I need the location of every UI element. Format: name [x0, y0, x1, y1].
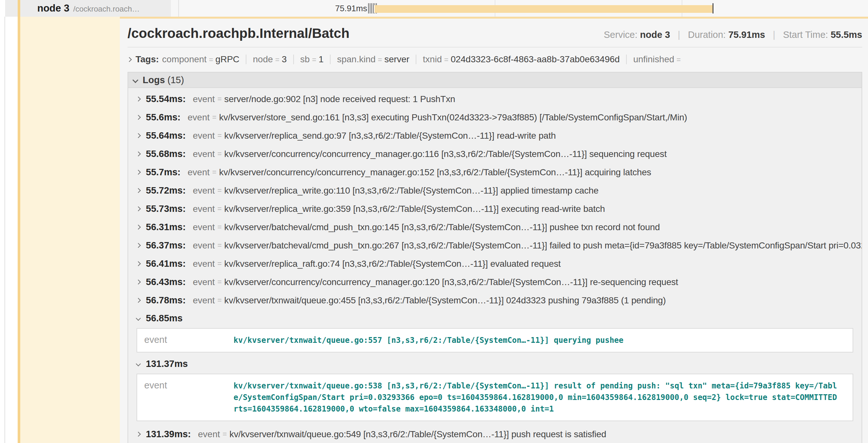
tag-value: 3 — [282, 54, 287, 64]
meta-divider: | — [678, 30, 680, 40]
chevron-right-icon — [136, 151, 141, 157]
tag-divider — [626, 55, 627, 64]
log-row-expanded-header[interactable]: 131.37ms — [128, 356, 862, 371]
log-field-key: event — [193, 185, 215, 196]
equals-sign: = — [275, 56, 279, 64]
logs-count: (15) — [167, 75, 184, 86]
log-field-key: event — [193, 204, 215, 214]
log-field-key: event — [188, 112, 210, 123]
chevron-right-icon — [136, 188, 141, 193]
service-value: node 3 — [640, 30, 670, 40]
log-row[interactable]: 56.78ms:event=kv/kvserver/txnwait/queue.… — [128, 291, 862, 309]
log-timestamp: 55.7ms: — [146, 167, 181, 177]
log-field-key: event — [193, 94, 215, 104]
log-message: kv/kvserver/replica_send.go:97 [n3,s3,r6… — [224, 131, 556, 141]
log-row[interactable]: 56.43ms:event=kv/kvserver/concurrency/co… — [128, 273, 862, 291]
log-row[interactable]: 56.37ms:event=kv/kvserver/batcheval/cmd_… — [128, 236, 862, 254]
logs-accordion-header[interactable]: Logs (15) — [128, 73, 862, 88]
equals-sign: = — [209, 56, 213, 64]
tag-key: unfinished — [633, 54, 674, 64]
log-row[interactable]: 55.68ms:event=kv/kvserver/concurrency/co… — [128, 145, 862, 163]
log-field-key: event — [137, 380, 234, 415]
span-detail-row-stripe[interactable] — [20, 17, 120, 443]
tags-accordion-toggle[interactable]: Tags: component=gRPCnode=3sb=1span.kind=… — [127, 52, 862, 67]
tag-value: 1 — [319, 54, 324, 64]
log-row[interactable]: 55.73ms:event=kv/kvserver/replica_write.… — [128, 200, 862, 218]
log-timestamp: 56.78ms: — [146, 295, 186, 306]
log-row[interactable]: 56.31ms:event=kv/kvserver/batcheval/cmd_… — [128, 218, 862, 236]
log-row[interactable]: 131.39ms:event=kv/kvserver/txnwait/queue… — [128, 425, 862, 443]
duration-label: Duration: — [688, 30, 726, 40]
log-message: kv/kvserver/concurrency/concurrency_mana… — [224, 149, 666, 159]
tags-label: Tags: — [135, 54, 159, 65]
log-row[interactable]: 55.54ms:event=server/node.go:902 [n3] no… — [128, 90, 862, 108]
log-row[interactable]: 55.64ms:event=kv/kvserver/replica_send.g… — [128, 127, 862, 145]
chevron-down-icon — [132, 77, 138, 83]
span-meta: Service: node 3 | Duration: 75.91ms | St… — [604, 30, 863, 40]
tag-key: span.kind — [337, 54, 375, 64]
log-marker-tick-end — [713, 3, 713, 13]
chevron-right-icon — [127, 57, 132, 62]
log-field-key: event — [193, 259, 215, 269]
tag-value: server — [384, 54, 410, 64]
meta-divider: | — [773, 30, 775, 40]
log-row-expanded-header[interactable]: 56.85ms — [128, 311, 862, 326]
span-row[interactable]: node 3 /cockroach.roach… 75.91ms — [0, 0, 868, 17]
equals-sign: = — [217, 260, 222, 268]
log-timestamp: 55.73ms: — [146, 204, 186, 214]
chevron-right-icon — [136, 298, 141, 303]
log-timestamp: 55.54ms: — [146, 94, 186, 104]
chevron-right-icon — [136, 261, 141, 267]
equals-sign: = — [217, 241, 222, 250]
log-row[interactable]: 55.6ms:event=kv/kvserver/store_send.go:1… — [128, 108, 862, 127]
log-timestamp: 56.43ms: — [146, 277, 186, 287]
log-row[interactable]: 56.41ms:event=kv/kvserver/replica_raft.g… — [128, 254, 862, 273]
log-field-value: kv/kvserver/txnwait/queue.go:557 [n3,s3,… — [234, 335, 845, 346]
chevron-right-icon — [136, 170, 141, 175]
log-message: kv/kvserver/concurrency/concurrency_mana… — [219, 167, 651, 177]
tag-value: 024d3323-6c8f-4863-aa8b-37ab0e63496d — [451, 54, 620, 64]
chevron-down-icon — [136, 361, 141, 366]
log-marker-tick — [368, 3, 369, 13]
log-timestamp: 131.37ms — [146, 359, 188, 369]
tag-item: unfinished= — [633, 54, 683, 65]
logs-title: Logs — [143, 75, 165, 86]
log-row[interactable]: 55.72ms:event=kv/kvserver/replica_write.… — [128, 181, 862, 200]
equals-sign: = — [217, 204, 222, 213]
chevron-right-icon — [136, 225, 141, 230]
start-time-value: 55.5ms — [831, 30, 862, 40]
equals-sign: = — [217, 95, 222, 103]
chevron-right-icon — [136, 97, 141, 102]
tag-item: txnid=024d3323-6c8f-4863-aa8b-37ab0e6349… — [423, 54, 620, 65]
chevron-down-icon — [136, 315, 141, 321]
log-timestamp: 56.85ms — [146, 313, 183, 323]
tag-key: node — [253, 54, 273, 64]
log-message: kv/kvserver/store_send.go:161 [n3,s3] ex… — [219, 112, 687, 123]
equals-sign: = — [217, 131, 222, 140]
logs-list: 55.54ms:event=server/node.go:902 [n3] no… — [128, 88, 862, 443]
log-field-key: event — [137, 335, 234, 346]
equals-sign: = — [217, 296, 222, 305]
log-message: kv/kvserver/replica_raft.go:74 [n3,s3,r6… — [224, 259, 561, 269]
equals-sign: = — [212, 113, 217, 122]
tag-value: gRPC — [216, 54, 240, 64]
logs-accordion: Logs (15) 55.54ms:event=server/node.go:9… — [127, 72, 862, 443]
log-row[interactable]: 55.7ms:event=kv/kvserver/concurrency/con… — [128, 163, 862, 181]
log-timestamp: 131.39ms: — [146, 429, 191, 440]
log-timestamp: 56.41ms: — [146, 259, 186, 269]
span-timeline-cell[interactable]: 75.91ms — [171, 0, 868, 17]
chevron-right-icon — [136, 432, 141, 437]
log-field-key: event — [193, 222, 215, 232]
span-name-cell[interactable]: node 3 /cockroach.roach… — [5, 0, 171, 17]
operation-title: /cockroach.roachpb.Internal/Batch — [127, 26, 349, 41]
tag-item: sb=1 — [300, 54, 324, 65]
equals-sign: = — [217, 186, 222, 195]
tag-divider — [416, 55, 416, 64]
log-field-key: event — [193, 277, 215, 287]
span-accent-stripe — [18, 0, 20, 443]
log-message: kv/kvserver/batcheval/cmd_push_txn.go:26… — [224, 240, 862, 251]
log-timestamp: 55.68ms: — [146, 149, 186, 159]
log-message: kv/kvserver/txnwait/queue.go:549 [n3,s3,… — [229, 429, 606, 440]
tag-key: txnid — [423, 54, 442, 64]
tag-divider — [246, 55, 246, 64]
